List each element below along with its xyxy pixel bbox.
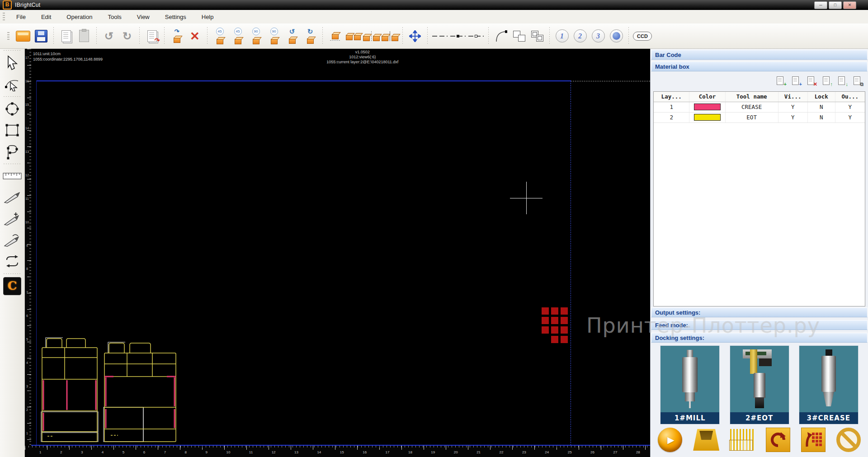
minimize-button[interactable]: ─ <box>814 1 827 9</box>
nest-button[interactable] <box>801 428 826 452</box>
paste-button[interactable] <box>76 26 92 47</box>
knife-curve-tool-button[interactable] <box>2 231 22 249</box>
menu-item[interactable]: Operation <box>59 10 100 24</box>
material-row[interactable]: 1 CREASE Y N Y <box>654 102 865 113</box>
number-2-icon: 2 <box>574 29 587 42</box>
node-edit-icon <box>5 77 20 91</box>
layer-add-button[interactable]: + <box>776 76 786 86</box>
undo-button[interactable]: ↺ <box>101 26 117 47</box>
path-tool-button[interactable] <box>2 142 22 160</box>
app-logo-icon: B <box>3 0 12 9</box>
rectangle-tool-button[interactable] <box>2 121 22 139</box>
stop-button[interactable] <box>836 428 861 452</box>
select-tool-button[interactable] <box>2 54 22 72</box>
menu-item[interactable]: Help <box>194 10 222 24</box>
menu-item[interactable]: File <box>9 10 33 24</box>
column-header[interactable]: Vi... <box>778 92 808 102</box>
drawing-canvas[interactable]: 1011:unit:10cm 1055:coordinate:2295.1708… <box>25 49 650 457</box>
output-settings-header[interactable]: Output settings: <box>651 307 868 317</box>
ruler-tool-button[interactable] <box>2 167 22 185</box>
ruler-number: 8 <box>25 267 29 270</box>
view-all-button[interactable] <box>608 26 624 47</box>
rotate-free-ccw-button[interactable]: ↺ <box>284 26 300 47</box>
tool-name-cell: CREASE <box>726 102 778 112</box>
color-swatch[interactable] <box>694 104 720 110</box>
column-header[interactable]: Lock <box>808 92 835 102</box>
flip-horizontal-button[interactable] <box>363 26 380 47</box>
fillet-arc-button[interactable] <box>493 26 509 47</box>
view-1-button[interactable]: 1 <box>554 26 570 47</box>
layer-insert-button[interactable]: + <box>791 76 801 86</box>
move-button[interactable] <box>407 26 423 47</box>
line-style-dash-button[interactable] <box>432 26 448 47</box>
rotate-45-cw-button[interactable]: 45 <box>230 26 246 47</box>
ruler-number: 11 <box>249 450 253 454</box>
rotate-45-cw-icon <box>235 39 241 44</box>
export-button[interactable]: ↷ <box>144 26 160 47</box>
knife-add-tool-button[interactable] <box>2 210 22 228</box>
menu-item[interactable]: Settings <box>157 10 194 24</box>
ccd-button[interactable]: CCD <box>633 26 652 47</box>
rotate-45-ccw-button[interactable]: 45 <box>212 26 228 47</box>
column-header[interactable]: Ou... <box>835 92 865 102</box>
docking-tool-mill[interactable]: 1#MILL <box>660 345 720 424</box>
copy-button[interactable] <box>58 26 74 47</box>
rotate-90-cw-button[interactable]: 90 <box>266 26 282 47</box>
send-to-cut-button[interactable]: ↷ <box>169 26 185 47</box>
feed-mode-header[interactable]: Feed mode: <box>651 320 868 330</box>
knife-tool-button[interactable] <box>2 188 22 207</box>
column-header[interactable]: Lay... <box>654 92 689 102</box>
delete-button[interactable]: ✕ <box>187 26 203 47</box>
align-button[interactable] <box>382 26 398 47</box>
mill-tool-image <box>660 346 719 412</box>
run-button[interactable]: ▶ <box>658 428 682 452</box>
layer-down-button[interactable]: ↓ <box>837 76 847 86</box>
menu-item[interactable]: View <box>129 10 157 24</box>
layer-up-button[interactable]: ↑ <box>822 76 832 86</box>
mirror-vertical-button[interactable] <box>327 26 343 47</box>
redo-button[interactable]: ↻ <box>119 26 135 47</box>
brush-button[interactable] <box>730 429 755 451</box>
unit-readout: 1011:unit:10cm <box>33 51 103 57</box>
menu-item[interactable]: Tools <box>100 10 129 24</box>
circle-tool-button[interactable] <box>2 100 22 118</box>
material-box-section-header[interactable]: Material box <box>651 61 868 71</box>
line-style-hollow-node-button[interactable] <box>468 26 484 47</box>
copy-icon <box>61 30 71 42</box>
mirror-pair-button[interactable] <box>345 26 361 47</box>
docking-tool-crease[interactable]: 3#CREASE <box>799 345 859 424</box>
canvas-info-center: v1.0502 1012:view6(:6) 1055:current laye… <box>326 50 398 65</box>
weld-button[interactable] <box>511 26 527 47</box>
feed-button[interactable] <box>693 429 719 451</box>
view-3-button[interactable]: 3 <box>590 26 606 47</box>
ruler-number: 11 <box>25 197 29 200</box>
rotate-free-cw-button[interactable]: ↻ <box>302 26 318 47</box>
color-swatch[interactable] <box>694 114 720 121</box>
maximize-button[interactable]: □ <box>829 1 842 9</box>
group-button[interactable] <box>529 26 545 47</box>
ruler-number: 12 <box>25 174 29 177</box>
menu-item[interactable]: Edit <box>33 10 59 24</box>
material-row[interactable]: 2 EOT Y N Y <box>654 113 865 123</box>
layer-insert-icon <box>792 76 799 85</box>
layer-copy-button[interactable]: ⧉ <box>853 76 863 86</box>
loop-tool-button[interactable] <box>2 252 22 270</box>
column-header[interactable]: Tool name <box>726 92 778 102</box>
rotate-feed-button[interactable] <box>766 428 790 452</box>
node-edit-tool-button[interactable] <box>2 75 22 93</box>
save-button[interactable] <box>33 26 49 47</box>
line-style-node-button[interactable] <box>450 26 466 47</box>
open-button[interactable] <box>15 26 31 47</box>
layer-delete-button[interactable]: ✕ <box>807 76 816 86</box>
column-header[interactable]: Color <box>689 92 725 102</box>
ruler-number: 27 <box>613 450 617 454</box>
docking-tool-eot[interactable]: 2#EOT <box>730 345 789 424</box>
app-logo-button[interactable]: C <box>2 277 22 295</box>
close-button[interactable]: ✕ <box>843 1 856 9</box>
ruler-number: 18 <box>408 450 412 454</box>
docking-settings-header[interactable]: Docking settings: <box>651 333 868 343</box>
rotate-90-ccw-button[interactable]: 90 <box>248 26 264 47</box>
view-2-button[interactable]: 2 <box>572 26 588 47</box>
layer-toolbar: + + ✕ ↑ ↓ ⧉ <box>776 76 863 86</box>
barcode-section-header[interactable]: Bar Code <box>651 50 868 60</box>
